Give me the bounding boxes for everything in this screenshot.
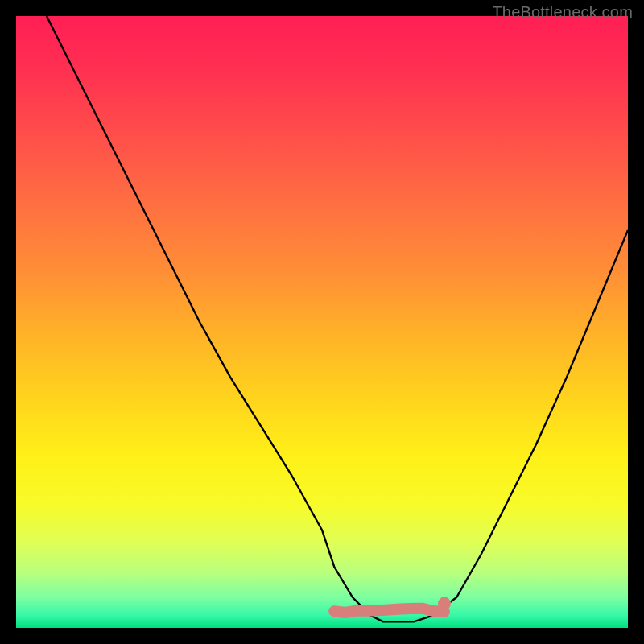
- watermark-text: TheBottleneck.com: [492, 3, 633, 22]
- optimal-range-band: [334, 609, 444, 613]
- bottleneck-curve: [47, 16, 628, 621]
- selection-marker: [438, 597, 451, 610]
- chart-frame: [16, 16, 628, 628]
- bottleneck-curve-layer: [16, 16, 628, 628]
